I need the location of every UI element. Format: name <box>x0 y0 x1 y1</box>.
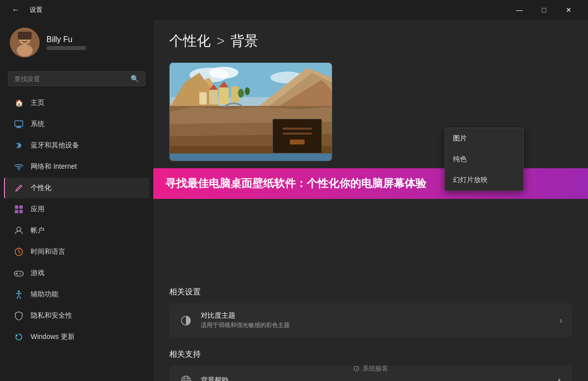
sidebar-item-label-bluetooth: 蓝牙和其他设备 <box>31 141 79 150</box>
windows-update-icon <box>14 332 24 342</box>
sidebar-item-label-network: 网络和 Internet <box>31 162 77 171</box>
titlebar-controls: — □ ✕ <box>508 2 580 18</box>
sidebar-item-label-accessibility: 辅助功能 <box>31 290 58 299</box>
breadcrumb-separator: > <box>217 33 225 49</box>
sidebar-item-accounts[interactable]: 帐户 <box>4 220 149 241</box>
watermark-icon: ⊙ <box>353 364 360 373</box>
avatar-image <box>10 28 40 57</box>
monitor-button <box>290 140 305 144</box>
svg-rect-10 <box>15 205 18 209</box>
personalization-icon <box>14 183 24 193</box>
chevron-up-icon: ∧ <box>556 376 562 381</box>
banner-text: 寻找最佳电脑桌面壁纸软件：个性化你的电脑屏幕体验 <box>165 176 426 191</box>
svg-point-18 <box>19 274 20 275</box>
search-container: 🔍 <box>0 67 153 92</box>
chevron-right-icon: › <box>560 316 562 325</box>
sidebar-item-label-system: 系统 <box>31 120 45 129</box>
search-icon: 🔍 <box>131 75 139 83</box>
contrast-theme-subtitle: 适用于弱视和强光敏感的彩色主题 <box>201 321 552 330</box>
svg-rect-13 <box>19 210 23 213</box>
home-icon: 🏠 <box>14 98 24 108</box>
content-area: 个性化 > 背景 <box>153 20 588 381</box>
sidebar-item-label-home: 主页 <box>31 98 45 107</box>
titlebar-left: ← 设置 <box>8 3 43 16</box>
user-status <box>46 46 86 50</box>
svg-rect-6 <box>15 121 23 126</box>
monitor-line-2 <box>282 133 312 135</box>
sidebar-item-home[interactable]: 🏠 主页 <box>4 93 149 113</box>
watermark: ⊙ 系统极客 <box>353 364 388 373</box>
svg-point-41 <box>245 88 250 95</box>
avatar <box>10 28 40 57</box>
dropdown-item-slideshow[interactable]: 幻灯片放映 <box>445 170 523 190</box>
svg-rect-11 <box>19 205 23 209</box>
system-icon <box>14 119 24 129</box>
sidebar-nav: 🏠 主页 系统 蓝牙和其他设备 <box>0 93 153 347</box>
background-type-dropdown: 图片 纯色 幻灯片放映 <box>445 128 524 191</box>
sidebar-item-label-privacy: 隐私和安全性 <box>31 311 72 320</box>
sidebar-item-time[interactable]: 时间和语言 <box>4 241 149 262</box>
sidebar-item-apps[interactable]: 应用 <box>4 199 149 220</box>
maximize-button[interactable]: □ <box>533 2 555 18</box>
titlebar-title: 设置 <box>30 5 43 14</box>
back-button[interactable]: ← <box>8 3 24 16</box>
time-icon <box>14 247 24 257</box>
sidebar-item-label-windows-update: Windows 更新 <box>31 333 75 341</box>
app-container: Billy Fu 🔍 🏠 主页 <box>0 20 588 381</box>
sidebar-item-system[interactable]: 系统 <box>4 114 149 135</box>
svg-rect-35 <box>209 90 218 104</box>
minimize-button[interactable]: — <box>508 2 531 18</box>
svg-point-19 <box>18 290 20 292</box>
network-icon <box>14 162 24 172</box>
monitor-line-1 <box>282 128 312 130</box>
sidebar-item-label-gaming: 游戏 <box>31 269 45 278</box>
svg-rect-5 <box>18 32 32 40</box>
user-name: Billy Fu <box>46 35 86 44</box>
search-input[interactable] <box>14 75 127 83</box>
svg-rect-37 <box>231 87 239 102</box>
svg-point-17 <box>20 273 21 274</box>
sidebar-item-privacy[interactable]: 隐私和安全性 <box>4 305 149 326</box>
svg-point-14 <box>17 227 21 231</box>
breadcrumb-parent: 个性化 <box>169 32 211 50</box>
titlebar: ← 设置 — □ ✕ <box>0 0 588 20</box>
breadcrumb-current: 背景 <box>230 32 258 50</box>
watermark-text: 系统极客 <box>362 364 388 373</box>
sidebar-item-label-personalization: 个性化 <box>31 184 51 192</box>
contrast-theme-row[interactable]: 对比度主题 适用于弱视和强光敏感的彩色主题 › <box>169 303 572 337</box>
breadcrumb: 个性化 > 背景 <box>169 32 572 50</box>
related-settings-title: 相关设置 <box>169 287 572 297</box>
mini-monitor-overlay <box>272 119 322 153</box>
sidebar-item-network[interactable]: 网络和 Internet <box>4 156 149 177</box>
sidebar-item-label-apps: 应用 <box>31 205 45 214</box>
sidebar-item-windows-update[interactable]: Windows 更新 <box>4 327 149 347</box>
svg-rect-43 <box>170 153 332 161</box>
svg-point-9 <box>18 169 20 170</box>
sidebar-item-accessibility[interactable]: 辅助功能 <box>4 284 149 305</box>
apps-icon <box>14 204 24 214</box>
svg-point-40 <box>238 89 244 97</box>
related-settings-section: 相关设置 对比度主题 适用于弱视和强光敏感的彩色主题 › <box>169 287 572 337</box>
contrast-theme-title: 对比度主题 <box>201 311 552 320</box>
svg-point-23 <box>209 67 238 79</box>
gaming-icon <box>14 268 24 278</box>
bluetooth-icon <box>14 141 24 150</box>
close-button[interactable]: ✕ <box>557 2 580 18</box>
sidebar-item-personalization[interactable]: 个性化 <box>4 178 149 198</box>
help-globe-icon <box>179 374 193 381</box>
sidebar-item-bluetooth[interactable]: 蓝牙和其他设备 <box>4 135 149 156</box>
sidebar-item-gaming[interactable]: 游戏 <box>4 263 149 284</box>
privacy-icon <box>14 311 24 321</box>
svg-rect-8 <box>16 128 22 128</box>
svg-rect-12 <box>15 210 18 213</box>
search-box[interactable]: 🔍 <box>8 71 145 86</box>
sidebar-item-label-time: 时间和语言 <box>31 247 65 256</box>
accounts-icon <box>14 226 24 236</box>
user-profile[interactable]: Billy Fu <box>0 20 153 67</box>
sidebar: Billy Fu 🔍 🏠 主页 <box>0 20 153 381</box>
svg-rect-34 <box>199 92 207 104</box>
dropdown-item-picture[interactable]: 图片 <box>445 128 523 149</box>
accessibility-icon <box>14 289 24 299</box>
related-support-title: 相关支持 <box>169 349 572 360</box>
dropdown-item-solid-color[interactable]: 纯色 <box>445 149 523 170</box>
